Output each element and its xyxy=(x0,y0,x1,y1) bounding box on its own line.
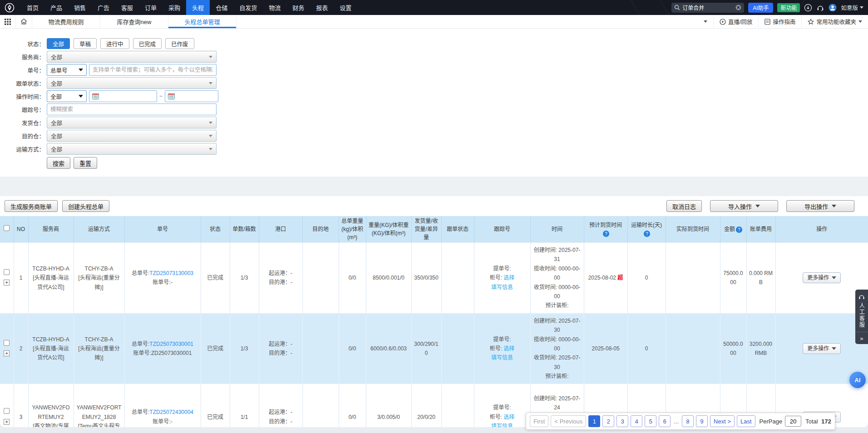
follow-status-select[interactable]: 全部 xyxy=(47,77,217,89)
pagination-page-5[interactable]: 5 xyxy=(645,415,656,427)
order-no-input[interactable] xyxy=(89,64,217,76)
expand-row-icon[interactable] xyxy=(4,350,10,356)
select-cabinet-link[interactable]: 选择 xyxy=(503,275,514,281)
nav-item-service[interactable]: 客服 xyxy=(115,0,139,15)
fill-info-link[interactable]: 填写信息 xyxy=(491,284,513,290)
provider-select[interactable]: 全部 xyxy=(47,51,217,63)
op-time-end-input[interactable] xyxy=(165,90,218,102)
import-operations-button[interactable]: 导入操作 xyxy=(710,200,778,212)
apps-grid-icon[interactable] xyxy=(0,15,16,28)
row-checkbox[interactable] xyxy=(4,408,10,414)
nav-item-sales[interactable]: 销售 xyxy=(68,0,92,15)
avatar[interactable] xyxy=(829,4,837,12)
expand-row-icon[interactable] xyxy=(4,419,10,425)
customer-service-panel[interactable]: 人工客服 » xyxy=(855,290,868,344)
nav-item-product[interactable]: 产品 xyxy=(44,0,68,15)
nav-item-ads[interactable]: 广告 xyxy=(92,0,115,15)
dest-warehouse-filter-label: 目的仓： xyxy=(0,132,44,140)
status-filter-in-progress[interactable]: 进行中 xyxy=(100,38,129,49)
expand-row-icon[interactable] xyxy=(4,280,10,285)
tab-logistics-fee-rules[interactable]: 物流费用规则 xyxy=(32,15,100,28)
nav-item-self-ship[interactable]: 自发货 xyxy=(233,0,263,15)
collapse-panel-icon[interactable]: » xyxy=(855,332,868,344)
pagination-page-2[interactable]: 2 xyxy=(602,415,614,427)
select-cabinet-link[interactable]: 选择 xyxy=(503,414,514,420)
pagination-page-1[interactable]: 1 xyxy=(588,415,600,427)
more-actions-button[interactable]: 更多操作 xyxy=(803,272,841,283)
fill-info-link[interactable]: 填写信息 xyxy=(491,423,513,427)
nav-item-home[interactable]: 首页 xyxy=(21,0,44,15)
help-icon[interactable]: ? xyxy=(603,231,609,237)
master-order-link[interactable]: TZD25072430004 xyxy=(149,409,193,415)
pagination-first[interactable]: First xyxy=(530,415,548,427)
new-feature-button[interactable]: 新功能 xyxy=(777,3,800,12)
ship-warehouse-select[interactable]: 全部 xyxy=(47,117,217,128)
col-actions: 操作 xyxy=(775,216,868,243)
perpage-input[interactable] xyxy=(785,416,801,427)
nav-item-reports[interactable]: 报表 xyxy=(310,0,334,15)
pagination-last[interactable]: Last xyxy=(737,415,755,427)
pagination-previous[interactable]: < Previous xyxy=(551,415,586,427)
order-no-type-value: 总单号 xyxy=(50,66,79,74)
ai-assistant-button[interactable]: AI助手 xyxy=(748,3,773,13)
tracking-no-input[interactable] xyxy=(47,103,217,115)
customer-service-label: 人工客服 xyxy=(858,303,866,328)
download-icon[interactable] xyxy=(804,4,812,12)
ai-floating-button[interactable]: AI xyxy=(849,372,866,388)
nav-item-orders[interactable]: 订单 xyxy=(139,0,163,15)
pagination-next[interactable]: Next > xyxy=(710,415,735,427)
home-icon[interactable] xyxy=(16,15,32,28)
operation-guide-button[interactable]: 操作指南 xyxy=(758,15,801,28)
generate-provider-bill-button[interactable]: 生成服务商账单 xyxy=(5,200,58,212)
status-filter-draft[interactable]: 草稿 xyxy=(74,38,97,49)
select-cabinet-link[interactable]: 选择 xyxy=(503,345,514,352)
collapse-tabs-chevron[interactable] xyxy=(698,15,713,28)
nav-item-purchase[interactable]: 采购 xyxy=(163,0,186,15)
pagination-page-3[interactable]: 3 xyxy=(616,415,628,427)
op-time-start-input[interactable] xyxy=(89,90,157,102)
status-filter-voided[interactable]: 已作废 xyxy=(165,38,194,49)
reset-button[interactable]: 重置 xyxy=(74,157,97,169)
row-checkbox[interactable] xyxy=(4,340,10,346)
pagination-page-4[interactable]: 4 xyxy=(631,415,642,427)
master-order-link[interactable]: TZD25073030001 xyxy=(149,341,193,347)
transport-mode-select[interactable]: 全部 xyxy=(47,143,217,155)
nav-item-warehouse[interactable]: 仓储 xyxy=(210,0,233,15)
nav-item-logistics[interactable]: 物流 xyxy=(263,0,286,15)
version-menu[interactable]: 如意版 xyxy=(841,3,863,12)
clear-search-icon[interactable] xyxy=(735,5,741,10)
status-filter-completed[interactable]: 已完成 xyxy=(133,38,162,49)
order-no-type-select[interactable]: 总单号 xyxy=(47,64,87,76)
tab-first-leg-master-orders[interactable]: 头程总单管理 xyxy=(168,15,237,28)
more-actions-button[interactable]: 更多操作 xyxy=(803,343,841,354)
dest-warehouse-select[interactable]: 全部 xyxy=(47,130,217,142)
nav-item-first-leg[interactable]: 头程 xyxy=(186,0,210,15)
pagination-page-9[interactable]: 9 xyxy=(696,415,708,427)
fill-info-link[interactable]: 填写信息 xyxy=(491,354,513,361)
select-all-checkbox[interactable] xyxy=(4,225,10,231)
op-time-type-select[interactable]: 全部 xyxy=(47,90,87,102)
nav-item-settings[interactable]: 设置 xyxy=(334,0,357,15)
status-filter-all[interactable]: 全部 xyxy=(47,38,70,49)
help-icon[interactable]: ? xyxy=(644,231,650,237)
cancel-log-button[interactable]: 取消日志 xyxy=(666,200,702,212)
app-logo-icon[interactable] xyxy=(5,3,15,13)
favorites-button[interactable]: 常用功能收藏夹 xyxy=(801,15,868,28)
nav-item-finance[interactable]: 财务 xyxy=(286,0,310,15)
pagination-bar: First < Previous 1 2 3 4 5 6 ... 8 9 Nex… xyxy=(526,413,835,430)
master-order-link[interactable]: TZD25073130003 xyxy=(149,270,193,276)
pagination-page-8[interactable]: 8 xyxy=(682,415,694,427)
headset-icon[interactable] xyxy=(816,4,824,12)
live-replay-button[interactable]: 直播/回放 xyxy=(713,15,758,28)
create-first-leg-order-button[interactable]: 创建头程总单 xyxy=(62,200,109,212)
global-search-input[interactable]: 订单合并 xyxy=(671,3,744,13)
col-port: 港口 xyxy=(259,216,302,243)
col-total-weight-volume: 总单重量(kg)/体积(m³) xyxy=(339,216,366,243)
chevron-down-icon xyxy=(832,205,836,207)
export-operations-button[interactable]: 导出操作 xyxy=(786,200,854,212)
search-button[interactable]: 搜索 xyxy=(47,157,70,169)
pagination-page-6[interactable]: 6 xyxy=(659,415,671,427)
tab-inventory-query[interactable]: 库存查询new xyxy=(100,15,168,28)
help-icon[interactable]: ? xyxy=(736,226,742,233)
row-checkbox[interactable] xyxy=(4,269,10,275)
